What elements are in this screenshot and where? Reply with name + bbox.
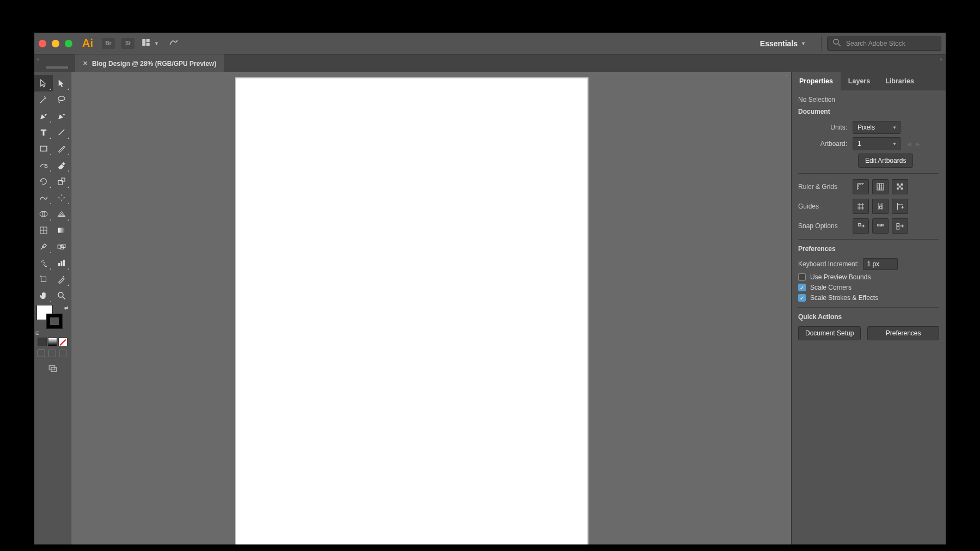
stroke-swatch[interactable]: [46, 314, 63, 329]
tab-libraries[interactable]: Libraries: [878, 72, 922, 90]
stock-button[interactable]: St: [121, 38, 134, 49]
ruler-toggle-button[interactable]: [853, 179, 869, 194]
main-area: ⇄ ◱ ⌃ Properties: [34, 72, 946, 544]
close-window-button[interactable]: [39, 40, 46, 47]
scale-tool[interactable]: [53, 173, 71, 189]
color-mode-solid[interactable]: [38, 338, 47, 346]
close-tab-icon[interactable]: ✕: [83, 60, 88, 67]
scale-strokes-checkbox[interactable]: ✓: [798, 294, 806, 302]
symbol-sprayer-tool[interactable]: [34, 255, 53, 271]
direct-selection-tool[interactable]: [53, 75, 71, 91]
window-controls: [39, 40, 72, 47]
swap-fill-stroke-icon[interactable]: ⇄: [64, 305, 69, 310]
artboard-prev-icon[interactable]: ◀: [906, 140, 912, 148]
svg-rect-39: [901, 183, 903, 186]
svg-rect-53: [878, 224, 879, 226]
arrange-documents-icon[interactable]: [141, 38, 151, 49]
search-input[interactable]: Search Adobe Stock: [827, 36, 941, 51]
scale-strokes-label: Scale Strokes & Effects: [810, 294, 878, 302]
color-mode-none[interactable]: [58, 338, 68, 346]
default-fill-stroke-icon[interactable]: ◱: [35, 330, 40, 335]
svg-rect-49: [880, 206, 883, 209]
scale-corners-checkbox[interactable]: ✓: [798, 284, 806, 291]
artboard-nav: ◀ ▶: [906, 140, 921, 148]
guides-lock-button[interactable]: [872, 199, 889, 214]
paintbrush-tool[interactable]: [53, 140, 71, 157]
type-tool[interactable]: [34, 124, 53, 140]
chevron-down-icon: ▼: [892, 125, 897, 130]
eraser-tool[interactable]: [53, 157, 71, 173]
free-transform-tool[interactable]: [53, 189, 71, 206]
rotate-tool[interactable]: [34, 173, 53, 189]
maximize-window-button[interactable]: [65, 40, 72, 47]
width-tool[interactable]: [34, 189, 53, 206]
svg-point-8: [45, 166, 47, 168]
artboard-dropdown[interactable]: 1 ▼: [853, 137, 901, 150]
guides-visibility-button[interactable]: [853, 199, 869, 214]
snap-to-point-button[interactable]: [872, 218, 889, 234]
fill-stroke-swatches[interactable]: ⇄ ◱: [34, 304, 71, 336]
screen-mode-button[interactable]: [34, 359, 71, 378]
gpu-preview-icon[interactable]: [169, 38, 179, 50]
svg-rect-33: [877, 183, 884, 190]
search-placeholder: Search Adobe Stock: [846, 40, 905, 47]
snap-to-grid-button[interactable]: [892, 218, 908, 234]
svg-point-5: [58, 96, 65, 101]
minimize-window-button[interactable]: [52, 40, 59, 47]
slice-tool[interactable]: [53, 271, 71, 287]
preferences-button[interactable]: Preferences: [867, 326, 939, 340]
artboard-next-icon[interactable]: ▶: [915, 140, 921, 148]
shape-builder-tool[interactable]: [34, 206, 53, 222]
toolbox-drag-handle[interactable]: [46, 66, 68, 69]
draw-normal[interactable]: [38, 350, 45, 357]
column-graph-tool[interactable]: [53, 255, 71, 271]
canvas-area[interactable]: ⌃: [71, 72, 791, 544]
scale-corners-label: Scale Corners: [810, 284, 852, 291]
shaper-tool[interactable]: [34, 157, 53, 173]
selection-tool[interactable]: [34, 75, 53, 91]
magic-wand-tool[interactable]: [34, 91, 53, 108]
scroll-up-icon[interactable]: ⌃: [785, 74, 789, 79]
artboard-value: 1: [857, 140, 861, 148]
transparency-grid-button[interactable]: [892, 179, 908, 194]
document-setup-button[interactable]: Document Setup: [798, 326, 861, 340]
units-dropdown[interactable]: Pixels ▼: [853, 121, 901, 134]
gradient-tool[interactable]: [53, 222, 71, 238]
draw-inside[interactable]: [59, 350, 67, 357]
snap-to-pixel-button[interactable]: [853, 218, 869, 234]
artboard[interactable]: [235, 77, 589, 544]
eyedropper-tool[interactable]: [34, 238, 53, 255]
use-preview-bounds-checkbox[interactable]: [798, 273, 806, 281]
app-window: Ai Br St ▼ Essentials ▼ Search Adobe Sto…: [34, 33, 946, 544]
draw-mode-row: [34, 347, 71, 359]
hand-tool[interactable]: [34, 287, 53, 304]
tab-properties[interactable]: Properties: [792, 72, 841, 90]
tab-layers[interactable]: Layers: [841, 72, 878, 90]
smart-guides-button[interactable]: [892, 199, 908, 214]
curvature-tool[interactable]: [53, 108, 71, 124]
lasso-tool[interactable]: [53, 91, 71, 108]
blend-tool[interactable]: [53, 238, 71, 255]
draw-behind[interactable]: [48, 350, 56, 357]
keyboard-increment-input[interactable]: [863, 258, 898, 270]
workspace-selector[interactable]: Essentials ▼: [756, 37, 810, 50]
grid-toggle-button[interactable]: [872, 179, 889, 194]
document-tab[interactable]: ✕ Blog Design @ 28% (RGB/GPU Preview): [75, 54, 224, 72]
svg-line-6: [59, 130, 65, 136]
collapse-right-icon[interactable]: »: [940, 57, 942, 62]
chevron-down-icon[interactable]: ▼: [154, 41, 159, 46]
edit-artboards-button[interactable]: Edit Artboards: [858, 154, 913, 168]
perspective-grid-tool[interactable]: [53, 206, 71, 222]
artboard-tool[interactable]: [34, 271, 53, 287]
line-tool[interactable]: [53, 124, 71, 140]
svg-point-3: [834, 39, 838, 44]
chevron-down-icon: ▼: [801, 41, 806, 46]
section-document-title: Document: [798, 108, 939, 115]
pen-tool[interactable]: [34, 108, 53, 124]
collapse-left-icon[interactable]: «: [36, 57, 39, 62]
zoom-tool[interactable]: [53, 287, 71, 304]
bridge-button[interactable]: Br: [102, 38, 115, 49]
mesh-tool[interactable]: [34, 222, 53, 238]
color-mode-gradient[interactable]: [48, 338, 57, 346]
rectangle-tool[interactable]: [34, 140, 53, 157]
